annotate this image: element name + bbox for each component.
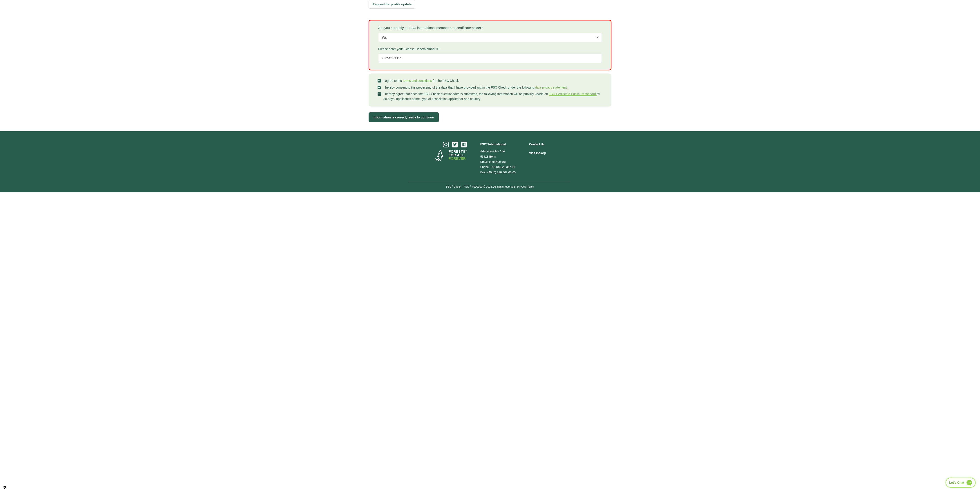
footer-phone: Phone: +49 (0) 228 367 66 [480, 164, 515, 170]
footer: FSC FORESTS® FOR ALL FOREVER FSC® Intern… [0, 131, 980, 192]
terms-text-b: for the FSC Check. [432, 79, 460, 83]
license-code-input[interactable]: FSC-C171111 [378, 54, 602, 63]
dashboard-checkbox[interactable] [377, 92, 381, 96]
license-code-value: FSC-C171111 [382, 56, 402, 60]
privacy-policy-link[interactable]: Privacy Policy [517, 185, 534, 188]
footer-copyright: FSC® Check - FSC ® F000100 © 2023. All r… [0, 185, 980, 188]
terms-and-conditions-link[interactable]: terms and conditions [403, 79, 432, 83]
member-select-value: Yes [382, 36, 387, 39]
dashboard-text: I hereby agree that once the FSC Check q… [383, 92, 603, 102]
footer-fax: Fax: +49 (0) 228 367 66 65 [480, 170, 515, 175]
footer-hd-b: International [487, 143, 506, 146]
fsc-tree-icon: FSC [434, 150, 446, 161]
footer-hd-a: FSC [480, 143, 486, 146]
privacy-text: I hereby consent to the processing of th… [383, 85, 568, 90]
contact-us-link[interactable]: Contact Us [529, 141, 546, 147]
footer-addr-1: Adenauerallee 134 [480, 149, 515, 154]
privacy-text-b: . [567, 86, 568, 89]
request-profile-update-button[interactable]: Request for profile update [369, 0, 415, 8]
privacy-text-a: I hereby consent to the processing of th… [383, 86, 535, 89]
member-select[interactable]: Yes [378, 33, 602, 42]
svg-text:FSC: FSC [436, 158, 441, 161]
terms-text-a: I agree to the [383, 79, 403, 83]
dashboard-text-a: I hereby agree that once the FSC Check q… [383, 92, 549, 96]
logo-line-3: FOREVER [449, 157, 467, 160]
fb-c: F000100 © 2023. All rights reserved.| [471, 185, 517, 188]
member-question-label: Are you currently an FSC international m… [378, 26, 602, 30]
fb-a: FSC [446, 185, 452, 188]
terms-checkbox[interactable] [377, 79, 381, 83]
license-label: Please enter your License Code/Member ID [378, 47, 602, 51]
footer-logo-block: FSC FORESTS® FOR ALL FOREVER [434, 141, 467, 161]
terms-text: I agree to the terms and conditions for … [383, 78, 460, 83]
consent-panel: I agree to the terms and conditions for … [369, 73, 611, 106]
logo-line-2: FOR ALL [449, 153, 467, 157]
continue-button[interactable]: Information is correct, ready to continu… [369, 113, 439, 122]
facebook-icon[interactable] [461, 141, 467, 148]
member-question-panel: Are you currently an FSC international m… [369, 20, 611, 70]
privacy-checkbox[interactable] [377, 86, 381, 89]
visit-fsc-link[interactable]: Visit fsc.org [529, 150, 546, 156]
chevron-down-icon [596, 37, 598, 38]
footer-email: Email: info@fsc.org [480, 159, 515, 164]
twitter-icon[interactable] [452, 141, 458, 148]
footer-address-column: FSC® International Adenauerallee 134 531… [480, 141, 515, 175]
logo-line-1: FORESTS [449, 149, 465, 153]
fb-b: Check - FSC [453, 185, 470, 188]
data-privacy-link[interactable]: data privacy statement [535, 86, 567, 89]
footer-addr-2: 53113 Bonn [480, 154, 515, 159]
instagram-icon[interactable] [443, 141, 449, 148]
public-dashboard-link[interactable]: FSC Certificate Public Dashboard [549, 92, 597, 96]
footer-links-column: Contact Us Visit fsc.org [529, 141, 546, 159]
